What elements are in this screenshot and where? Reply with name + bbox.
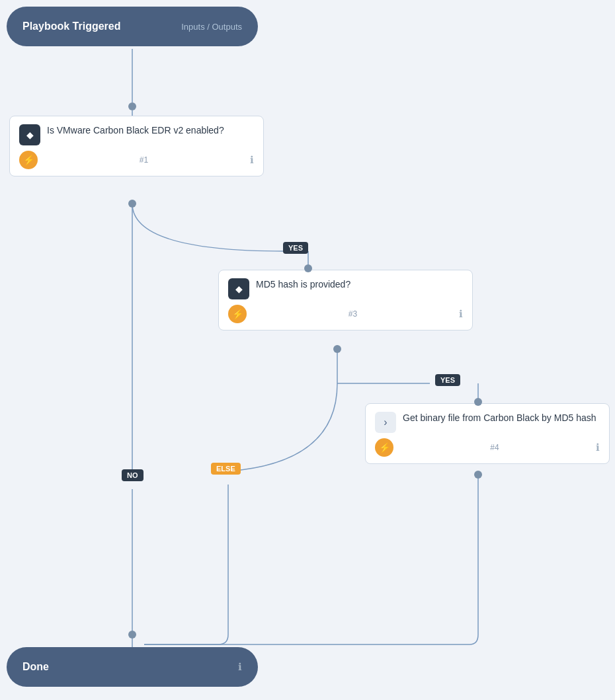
else-label: ELSE [211,463,241,475]
junction-4 [333,345,341,353]
diamond-icon-1 [19,124,40,145]
junction-1 [128,102,136,110]
condition2-header: MD5 hash is provided? [228,278,463,299]
no-label: NO [122,469,144,481]
condition2-num: #3 [348,309,357,319]
action1-node: › Get binary file from Carbon Black by M… [365,403,610,464]
yes-label-2: YES [435,374,460,386]
condition2-node: MD5 hash is provided? ⚡ #3 ℹ [218,270,473,331]
info-icon-1[interactable]: ℹ [250,154,254,166]
junction-2 [128,200,136,208]
lightning-badge-2: ⚡ [228,305,247,323]
diamond-icon-2 [228,278,249,299]
junction-3 [304,264,312,272]
condition2-footer: ⚡ #3 ℹ [228,305,463,323]
chevron-icon-1: › [375,412,396,433]
junction-5 [474,398,482,406]
info-icon-3[interactable]: ℹ [596,442,600,453]
action1-header: › Get binary file from Carbon Black by M… [375,412,600,433]
io-button[interactable]: Inputs / Outputs [181,22,242,32]
info-icon-2[interactable]: ℹ [459,308,463,320]
lightning-badge-1: ⚡ [19,151,38,169]
canvas: Playbook Triggered Inputs / Outputs Is V… [0,0,615,700]
action1-text: Get binary file from Carbon Black by MD5… [403,412,596,425]
junction-7 [128,631,136,639]
info-icon-done[interactable]: ℹ [238,661,242,673]
condition2-text: MD5 hash is provided? [256,278,350,292]
condition1-num: #1 [140,155,148,165]
trigger-title: Playbook Triggered [22,20,120,32]
lightning-badge-3: ⚡ [375,438,393,457]
trigger-node: Playbook Triggered Inputs / Outputs [7,7,258,46]
junction-6 [474,471,482,479]
condition1-header: Is VMware Carbon Black EDR v2 enabled? [19,124,254,145]
action1-footer: ⚡ #4 ℹ [375,438,600,457]
done-node: Done ℹ [7,647,258,687]
connector-lines [0,0,615,700]
condition1-text: Is VMware Carbon Black EDR v2 enabled? [47,124,224,137]
action1-num: #4 [490,443,499,452]
done-title: Done [22,661,49,673]
yes-label-1: YES [283,242,308,254]
condition1-node: Is VMware Carbon Black EDR v2 enabled? ⚡… [9,116,264,176]
condition1-footer: ⚡ #1 ℹ [19,151,254,169]
